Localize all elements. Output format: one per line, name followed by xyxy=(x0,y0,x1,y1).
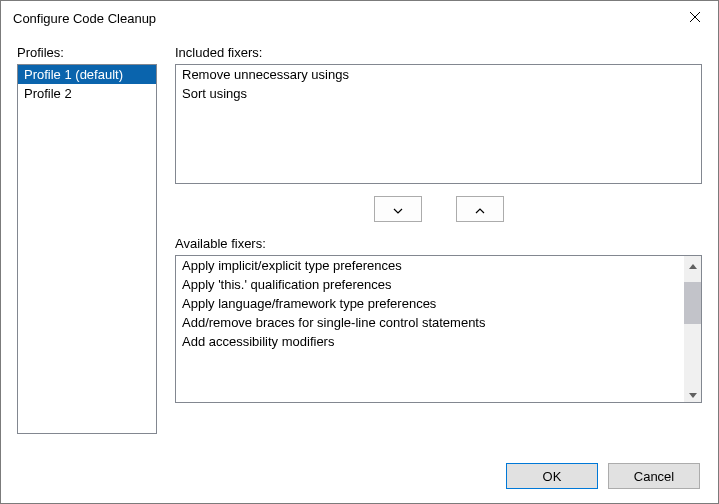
included-item[interactable]: Remove unnecessary usings xyxy=(176,65,701,84)
move-up-button[interactable] xyxy=(456,196,504,222)
svg-marker-3 xyxy=(689,393,697,398)
included-item[interactable]: Sort usings xyxy=(176,84,701,103)
profiles-column: Profiles: Profile 1 (default) Profile 2 xyxy=(17,45,157,434)
chevron-up-icon xyxy=(475,202,485,217)
move-buttons-row xyxy=(175,196,702,222)
move-down-button[interactable] xyxy=(374,196,422,222)
available-item[interactable]: Add/remove braces for single-line contro… xyxy=(176,313,684,332)
fixers-column: Included fixers: Remove unnecessary usin… xyxy=(175,45,702,434)
titlebar: Configure Code Cleanup xyxy=(1,1,718,35)
scroll-up-button[interactable] xyxy=(684,256,701,273)
close-button[interactable] xyxy=(672,2,718,34)
available-inner: Apply implicit/explicit type preferences… xyxy=(176,256,684,402)
available-item[interactable]: Add accessibility modifiers xyxy=(176,332,684,351)
profiles-listbox[interactable]: Profile 1 (default) Profile 2 xyxy=(17,64,157,434)
profile-item[interactable]: Profile 2 xyxy=(18,84,156,103)
cancel-button[interactable]: Cancel xyxy=(608,463,700,489)
scroll-down-button[interactable] xyxy=(684,385,701,402)
profile-item[interactable]: Profile 1 (default) xyxy=(18,65,156,84)
profiles-label: Profiles: xyxy=(17,45,157,60)
available-item[interactable]: Apply implicit/explicit type preferences xyxy=(176,256,684,275)
included-label: Included fixers: xyxy=(175,45,702,60)
available-item[interactable]: Apply 'this.' qualification preferences xyxy=(176,275,684,294)
window-title: Configure Code Cleanup xyxy=(13,11,156,26)
scroll-thumb[interactable] xyxy=(684,282,701,324)
included-listbox[interactable]: Remove unnecessary usings Sort usings xyxy=(175,64,702,184)
close-icon xyxy=(689,11,701,26)
client-area: Profiles: Profile 1 (default) Profile 2 … xyxy=(1,35,718,503)
caret-up-icon xyxy=(689,257,697,272)
caret-down-icon xyxy=(689,386,697,401)
dialog-button-row: OK Cancel xyxy=(17,463,702,489)
scrollbar[interactable] xyxy=(684,256,701,402)
ok-button[interactable]: OK xyxy=(506,463,598,489)
available-label: Available fixers: xyxy=(175,236,702,251)
available-listbox[interactable]: Apply implicit/explicit type preferences… xyxy=(175,255,702,403)
svg-marker-2 xyxy=(689,264,697,269)
content-row: Profiles: Profile 1 (default) Profile 2 … xyxy=(17,45,702,434)
dialog-window: Configure Code Cleanup Profiles: Profile… xyxy=(0,0,719,504)
available-item[interactable]: Apply language/framework type preference… xyxy=(176,294,684,313)
chevron-down-icon xyxy=(393,202,403,217)
